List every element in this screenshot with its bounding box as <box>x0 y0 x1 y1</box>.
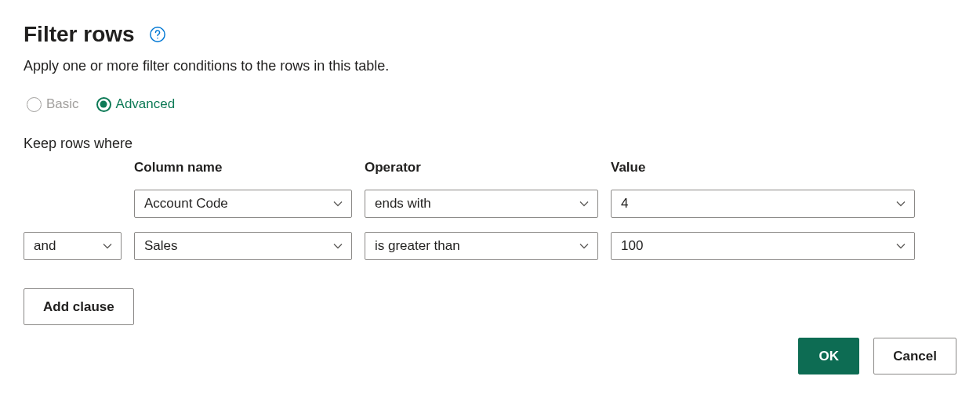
chevron-down-icon <box>895 198 906 209</box>
clause-value-value: 100 <box>621 238 643 254</box>
keep-rows-label: Keep rows where <box>24 136 956 152</box>
column-header-value: Value <box>611 160 915 175</box>
column-header-operator: Operator <box>365 160 598 175</box>
radio-advanced-label: Advanced <box>116 96 176 112</box>
chevron-down-icon <box>895 241 906 251</box>
clause-column-value: Account Code <box>144 196 228 212</box>
cancel-button[interactable]: Cancel <box>873 338 956 374</box>
add-clause-button[interactable]: Add clause <box>24 288 134 325</box>
clause-operator-select[interactable]: ends with <box>365 190 598 218</box>
clause-value-select[interactable]: 100 <box>611 232 915 260</box>
radio-advanced[interactable]: Advanced <box>96 96 176 112</box>
clause-column-select[interactable]: Account Code <box>134 190 352 218</box>
clause-logic-select[interactable]: and <box>24 232 122 260</box>
chevron-down-icon <box>579 241 590 251</box>
clause-column-value: Sales <box>144 238 178 254</box>
subheading: Apply one or more filter conditions to t… <box>24 58 956 74</box>
radio-icon <box>27 97 42 112</box>
chevron-down-icon <box>579 198 590 209</box>
clause-value-select[interactable]: 4 <box>611 190 915 218</box>
clause-operator-value: is greater than <box>375 238 460 254</box>
clause-logic-value: and <box>34 238 56 254</box>
clause-operator-value: ends with <box>375 196 431 212</box>
mode-radio-group: Basic Advanced <box>27 96 956 112</box>
chevron-down-icon <box>332 241 343 251</box>
ok-button[interactable]: OK <box>798 338 859 374</box>
clause-value-value: 4 <box>621 196 628 212</box>
clause-column-select[interactable]: Sales <box>134 232 352 260</box>
radio-icon <box>96 97 111 112</box>
chevron-down-icon <box>102 241 113 251</box>
page-title: Filter rows <box>24 22 135 47</box>
radio-basic-label: Basic <box>46 96 79 112</box>
clause-operator-select[interactable]: is greater than <box>365 232 598 260</box>
column-header-column-name: Column name <box>134 160 352 175</box>
radio-basic[interactable]: Basic <box>27 96 79 112</box>
svg-point-1 <box>157 38 158 39</box>
chevron-down-icon <box>332 198 343 209</box>
help-icon[interactable] <box>149 26 166 43</box>
